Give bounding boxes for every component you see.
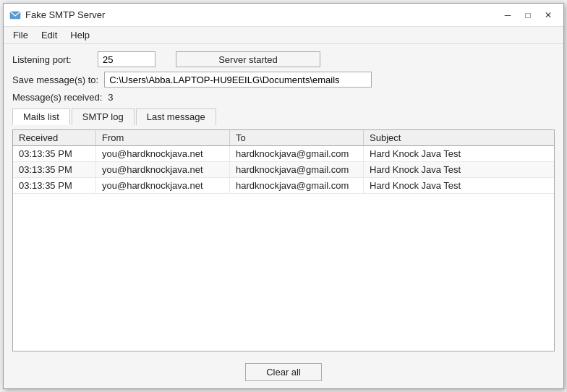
save-messages-input[interactable] [104,72,372,88]
content-area: Listening port: Server started Save mess… [4,44,563,357]
title-bar-left: Fake SMTP Server [9,9,105,21]
menu-file[interactable]: File [7,27,35,43]
cell-subject: Hard Knock Java Test [364,162,554,177]
app-icon [9,9,21,21]
tab-last-message[interactable]: Last message [136,108,216,125]
maximize-button[interactable]: □ [519,8,537,22]
window-title: Fake SMTP Server [25,9,105,20]
table-body: 03:13:35 PMyou@hardknockjava.nethardknoc… [13,146,554,351]
col-header-subject: Subject [364,130,554,145]
tab-mails-list[interactable]: Mails list [12,108,70,125]
clear-all-button[interactable]: Clear all [245,363,322,381]
table-row[interactable]: 03:13:35 PMyou@hardknockjava.nethardknoc… [13,146,554,162]
save-messages-row: Save message(s) to: [12,72,555,88]
mails-table: Received From To Subject 03:13:35 PMyou@… [12,129,555,351]
col-header-to: To [230,130,364,145]
table-header: Received From To Subject [13,130,554,146]
listening-port-row: Listening port: Server started [12,51,555,67]
messages-received-label: Message(s) received: [12,92,102,103]
window-controls: ─ □ ✕ [498,8,558,22]
minimize-button[interactable]: ─ [498,8,517,22]
listening-port-label: Listening port: [12,54,92,65]
cell-received: 03:13:35 PM [13,162,96,177]
cell-to: hardknockjava@gmail.com [230,178,364,193]
cell-from: you@hardknockjava.net [96,146,230,161]
cell-to: hardknockjava@gmail.com [230,146,364,161]
close-button[interactable]: ✕ [539,8,558,22]
cell-subject: Hard Knock Java Test [364,178,554,193]
messages-received-row: Message(s) received: 3 [12,92,555,103]
table-row[interactable]: 03:13:35 PMyou@hardknockjava.nethardknoc… [13,178,554,194]
title-bar: Fake SMTP Server ─ □ ✕ [4,4,563,27]
cell-from: you@hardknockjava.net [96,162,230,177]
main-window: Fake SMTP Server ─ □ ✕ File Edit Help Li… [3,3,564,389]
col-header-received: Received [13,130,96,145]
cell-from: you@hardknockjava.net [96,178,230,193]
cell-received: 03:13:35 PM [13,146,96,161]
listening-port-input[interactable] [98,51,155,67]
cell-to: hardknockjava@gmail.com [230,162,364,177]
tab-smtp-log[interactable]: SMTP log [72,108,135,125]
cell-received: 03:13:35 PM [13,178,96,193]
save-messages-label: Save message(s) to: [12,74,98,85]
bottom-bar: Clear all [4,357,563,388]
table-row[interactable]: 03:13:35 PMyou@hardknockjava.nethardknoc… [13,162,554,178]
menu-bar: File Edit Help [4,27,563,44]
menu-help[interactable]: Help [64,27,96,43]
messages-received-count: 3 [108,92,113,103]
col-header-from: From [96,130,230,145]
menu-edit[interactable]: Edit [35,27,64,43]
tabs-row: Mails list SMTP log Last message [12,108,555,125]
server-status-button[interactable]: Server started [176,51,320,67]
cell-subject: Hard Knock Java Test [364,146,554,161]
